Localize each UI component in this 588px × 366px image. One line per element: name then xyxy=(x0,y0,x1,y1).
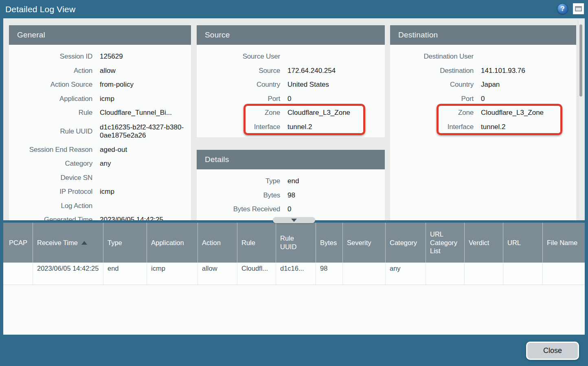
vertical-scrollbar[interactable] xyxy=(578,20,583,218)
field-row-rule: RuleCloudflare_Tunnel_Bi... xyxy=(9,106,191,120)
column-header-rule-uuid[interactable]: Rule UUID xyxy=(276,223,316,263)
field-label: Application xyxy=(9,95,92,103)
field-row-source-interface: Interfacetunnel.2 xyxy=(197,120,385,134)
scrollbar-thumb[interactable] xyxy=(579,24,582,96)
details-panel-body: Typeend Bytes98 Bytes Received0 xyxy=(197,169,385,217)
field-value: from-policy xyxy=(100,81,134,89)
cell-file-name xyxy=(542,263,585,285)
help-icon[interactable]: ? xyxy=(557,3,568,14)
field-value: Japan xyxy=(481,81,500,89)
field-label: IP Protocol xyxy=(9,188,92,196)
column-header-bytes[interactable]: Bytes xyxy=(316,223,342,263)
field-row-source: Source172.64.240.254 xyxy=(197,64,385,78)
chevron-down-icon xyxy=(291,219,297,222)
sort-ascending-icon xyxy=(81,241,87,245)
log-table-section: PCAP Receive Time Type Application Actio… xyxy=(3,223,585,335)
destination-panel-header: Destination xyxy=(390,25,576,45)
field-row-ip-protocol: IP Protocolicmp xyxy=(9,185,191,199)
field-label: Generated Time xyxy=(9,216,92,220)
window-restore-icon-inner xyxy=(575,6,582,11)
cell-severity xyxy=(342,263,385,285)
column-header-verdict[interactable]: Verdict xyxy=(464,223,503,263)
close-button[interactable]: Close xyxy=(526,342,579,360)
field-row-log-action: Log Action xyxy=(9,199,191,213)
cell-application: icmp xyxy=(147,263,197,285)
field-value: 0 xyxy=(287,205,291,213)
field-row-source-user: Source User xyxy=(197,50,385,64)
field-value: aged-out xyxy=(100,146,127,154)
field-row-source-port: Port0 xyxy=(197,92,385,106)
table-row[interactable]: 2023/06/05 14:42:25 end icmp allow Cloud… xyxy=(3,263,585,285)
field-value: tunnel.2 xyxy=(287,123,312,131)
field-row-generated-time: Generated Time2023/06/05 14:42:25 xyxy=(9,213,191,220)
field-label: Session ID xyxy=(9,53,92,61)
field-row-destination-user: Destination User xyxy=(390,50,576,64)
field-label: Rule UUID xyxy=(9,127,92,136)
cell-pcap xyxy=(3,263,33,285)
column-header-category[interactable]: Category xyxy=(385,223,426,263)
window-restore-icon[interactable] xyxy=(573,3,584,14)
column-header-application[interactable]: Application xyxy=(147,223,197,263)
cell-category: any xyxy=(385,263,426,285)
field-value: 172.64.240.254 xyxy=(287,67,336,75)
field-row-session-end-reason: Session End Reasonaged-out xyxy=(9,143,191,157)
cell-type: end xyxy=(103,263,147,285)
source-panel-header: Source xyxy=(197,25,385,45)
field-value: any xyxy=(100,160,111,168)
column-header-url[interactable]: URL xyxy=(503,223,542,263)
field-label: Bytes Received xyxy=(197,205,280,213)
field-row-bytes-received: Bytes Received0 xyxy=(197,202,385,217)
column-header-action[interactable]: Action xyxy=(197,223,237,263)
field-label: Action xyxy=(9,67,92,75)
collapse-handle[interactable] xyxy=(273,217,315,223)
field-value: 125629 xyxy=(100,53,123,61)
field-label: Source xyxy=(197,67,280,75)
source-panel-body: Source User Source172.64.240.254 Country… xyxy=(197,45,385,134)
field-value: allow xyxy=(100,67,116,75)
destination-panel: Destination Destination User Destination… xyxy=(390,25,576,220)
log-detail-section: General Session ID125629 Actionallow Act… xyxy=(3,18,585,220)
field-row-source-zone: ZoneCloudflare_L3_Zone xyxy=(197,106,385,120)
cell-verdict xyxy=(464,263,503,285)
field-row-source-country: CountryUnited States xyxy=(197,78,385,92)
column-header-url-category-list[interactable]: URL Category List xyxy=(426,223,464,263)
column-header-pcap[interactable]: PCAP xyxy=(3,223,33,263)
field-label: Session End Reason xyxy=(9,146,92,154)
field-value: 98 xyxy=(287,191,295,199)
field-row-destination: Destination141.101.93.76 xyxy=(390,64,576,78)
field-row-destination-zone: ZoneCloudflare_L3_Zone xyxy=(390,106,576,120)
general-panel: General Session ID125629 Actionallow Act… xyxy=(9,25,191,220)
field-value: Cloudflare_L3_Zone xyxy=(481,109,544,117)
destination-panel-body: Destination User Destination141.101.93.7… xyxy=(390,45,576,134)
field-row-category: Categoryany xyxy=(9,157,191,171)
field-row-rule-uuid: Rule UUIDd1c16235-b2f2-4327-b380-0ae1875… xyxy=(9,120,191,143)
cell-rule: Cloudfl... xyxy=(237,263,276,285)
field-label: Destination User xyxy=(390,53,474,61)
field-row-destination-port: Port0 xyxy=(390,92,576,106)
cell-url-category-list xyxy=(426,263,464,285)
cell-receive-time: 2023/06/05 14:42:25 xyxy=(33,263,103,285)
field-label: Type xyxy=(197,177,280,185)
field-value: United States xyxy=(287,81,329,89)
column-header-severity[interactable]: Severity xyxy=(342,223,385,263)
column-header-receive-time[interactable]: Receive Time xyxy=(33,223,103,263)
general-panel-body: Session ID125629 Actionallow Action Sour… xyxy=(9,45,191,220)
field-label: Zone xyxy=(197,109,280,117)
field-row-application: Applicationicmp xyxy=(9,92,191,106)
details-panel-header: Details xyxy=(197,150,385,169)
column-header-file-name[interactable]: File Name xyxy=(542,223,585,263)
field-label: Category xyxy=(9,160,92,168)
field-row-device-sn: Device SN xyxy=(9,171,191,185)
column-header-type[interactable]: Type xyxy=(103,223,147,263)
page-title: Detailed Log View xyxy=(5,4,75,14)
cell-rule-uuid: d1c16... xyxy=(276,263,316,285)
field-row-bytes: Bytes98 xyxy=(197,188,385,203)
field-row-destination-country: CountryJapan xyxy=(390,78,576,92)
field-value: 2023/06/05 14:42:25 xyxy=(100,216,163,220)
column-header-rule[interactable]: Rule xyxy=(237,223,276,263)
field-value: icmp xyxy=(100,188,114,196)
field-label: Port xyxy=(390,95,474,103)
cell-bytes: 98 xyxy=(316,263,342,285)
field-row-session-id: Session ID125629 xyxy=(9,50,191,64)
field-label: Source User xyxy=(197,53,280,61)
